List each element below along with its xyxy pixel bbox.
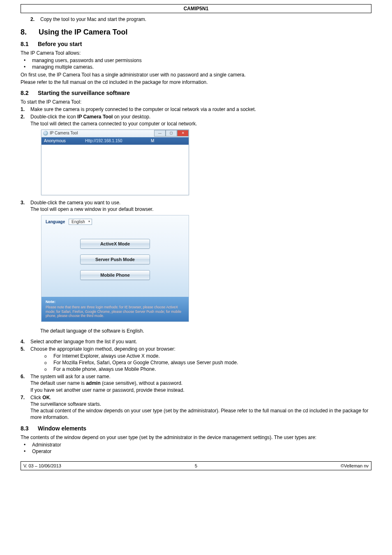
mobile-phone-button[interactable]: Mobile Phone (80, 270, 150, 280)
sec81-p1: On first use, the IP Camera Tool has a s… (21, 72, 371, 78)
login-note-title: Note: (46, 299, 184, 304)
header-title: CAMIP5N1 (184, 6, 209, 12)
pre-step-num: 2. (30, 16, 40, 22)
step-5-sublist: For Internet Explorer, always use Active… (40, 353, 371, 373)
step-num: 5. (21, 346, 30, 352)
login-note-body: Please note that there are three login m… (46, 305, 184, 318)
sec83-p1: The contents of the window depend on you… (21, 434, 371, 441)
step-num: 6. (21, 373, 30, 380)
step-text-bold: IP Camera Tool (77, 114, 113, 120)
sec82-steps-rest: 4.Select another language from the list … (21, 338, 371, 421)
pre-step-text: Copy the tool to your Mac and start the … (40, 16, 146, 22)
ip-camera-tool-window: IP Camera Tool — ▢ ✕ Anonymous Http://19… (41, 130, 189, 195)
pre-step: 2.Copy the tool to your Mac and start th… (30, 16, 371, 22)
login-window: Language English ActiveX Mode Server Pus… (41, 215, 189, 322)
sec81-intro: The IP Camera Tool allows: (21, 50, 371, 56)
section-8-title: Using the IP Camera Tool (39, 28, 127, 36)
list-item: Operator (21, 448, 371, 455)
sec82-intro: To start the IP Camera Tool: (21, 99, 371, 105)
section-8-2-num: 8.2 (21, 90, 38, 96)
text-bold: admin (86, 380, 100, 386)
footer-left: V. 03 – 10/06/2013 (21, 463, 195, 468)
page-header: CAMIP5N1 (21, 4, 371, 13)
activex-mode-button[interactable]: ActiveX Mode (80, 239, 150, 249)
page-footer: V. 03 – 10/06/2013 5 ©Velleman nv (21, 461, 371, 470)
list-item: managing users, passwords and user permi… (21, 57, 371, 64)
app-icon (43, 131, 48, 136)
sec81-bullets: managing users, passwords and user permi… (21, 57, 371, 70)
minimize-button[interactable]: — (154, 130, 166, 136)
section-8-3-heading: 8.3Window elements (21, 425, 371, 432)
section-8-num: 8. (21, 28, 39, 37)
login-buttons: ActiveX Mode Server Push Mode Mobile Pho… (42, 239, 189, 280)
text-post: . (50, 395, 51, 400)
section-8-3-num: 8.3 (21, 425, 38, 432)
section-8-heading: 8.Using the IP Camera Tool (21, 28, 371, 37)
section-8-1-num: 8.1 (21, 41, 38, 47)
step-2: 2.Double-click the icon IP Camera Tool o… (30, 113, 371, 127)
step-6-line3: If you have set another user name or pas… (30, 387, 371, 393)
camera-flag: M (151, 139, 159, 143)
step-text-b: The tool will open a new window in your … (30, 206, 371, 213)
step-text-b: on your desktop. (113, 114, 150, 120)
list-item: managing multiple cameras. (21, 64, 371, 70)
sec83-bullets: Administrator Operator (21, 442, 371, 455)
step-text: Make sure the camera is properly connect… (30, 106, 256, 112)
language-label: Language (46, 220, 65, 224)
list-item: For Internet Explorer, always use Active… (40, 353, 371, 359)
step-num: 3. (21, 199, 30, 206)
step-6-line2: The default user name is admin (case sen… (30, 380, 371, 386)
text-pre: Click (30, 395, 42, 400)
step-7-line2: The surveillance software starts. (30, 401, 371, 407)
step-text-a: The system will ask for a user name. (30, 374, 111, 379)
sec82-steps: 1.Make sure the camera is properly conne… (21, 106, 371, 127)
section-8-3-title: Window elements (38, 425, 86, 432)
section-8-2-heading: 8.2Starting the surveillance software (21, 90, 371, 96)
step-text-a: Double-click the camera you want to use. (30, 200, 120, 206)
page-content: 2.Copy the tool to your Mac and start th… (21, 16, 371, 455)
text-pre: The default user name is (30, 380, 86, 386)
list-item: Administrator (21, 442, 371, 448)
window-controls: — ▢ ✕ (154, 130, 189, 137)
step-note: The tool will detect the camera connecte… (30, 120, 371, 127)
list-item: For Mozilla Firefox, Safari, Opera or Go… (40, 359, 371, 366)
section-8-1-title: Before you start (38, 41, 82, 47)
footer-right: ©Velleman nv (197, 463, 371, 468)
section-8-1-heading: 8.1Before you start (21, 41, 371, 47)
camera-url: Http://192.168.1.150 (85, 139, 151, 143)
camera-row[interactable]: Anonymous Http://192.168.1.150 M (42, 137, 189, 145)
login-note: Note: Please note that there are three l… (42, 297, 189, 321)
step-3: 3.Double-click the camera you want to us… (30, 199, 371, 213)
step-7: 7.Click OK. The surveillance software st… (30, 394, 371, 421)
close-button[interactable]: ✕ (177, 130, 189, 136)
sec81-p2: Please refer to the full manual on the c… (21, 79, 371, 86)
step-num: 7. (21, 394, 30, 401)
login-language-row: Language English (42, 215, 189, 225)
language-select[interactable]: English (69, 219, 92, 225)
step-num: 1. (21, 106, 30, 113)
step-text-a: Double-click the icon (30, 114, 77, 120)
window-title: IP Camera Tool (50, 131, 78, 135)
sec82-steps-cont: 3.Double-click the camera you want to us… (21, 199, 371, 213)
section-8-2-title: Starting the surveillance software (38, 90, 130, 96)
list-item: For a mobile phone, always use Mobile Ph… (40, 366, 371, 372)
maximize-button[interactable]: ▢ (166, 130, 177, 136)
camera-name: Anonymous (44, 139, 85, 143)
step-text: Choose the appropriate login method, dep… (30, 346, 175, 352)
step-6: 6.The system will ask for a user name. T… (30, 373, 371, 393)
step-1: 1.Make sure the camera is properly conne… (30, 106, 371, 113)
after-login-text: The default language of the software is … (40, 328, 371, 334)
window-body: Anonymous Http://192.168.1.150 M (42, 137, 189, 195)
step-text: Select another language from the list if… (30, 339, 137, 345)
step-7-line3: The actual content of the window depends… (30, 407, 371, 421)
step-num: 2. (21, 113, 30, 120)
step-4: 4.Select another language from the list … (30, 338, 371, 345)
text-bold: OK (42, 395, 50, 400)
window-titlebar: IP Camera Tool — ▢ ✕ (42, 130, 189, 137)
server-push-mode-button[interactable]: Server Push Mode (80, 254, 150, 264)
step-5: 5.Choose the appropriate login method, d… (30, 346, 371, 372)
step-num: 4. (21, 338, 30, 345)
text-post: (case sensitive), without a password. (101, 380, 182, 386)
